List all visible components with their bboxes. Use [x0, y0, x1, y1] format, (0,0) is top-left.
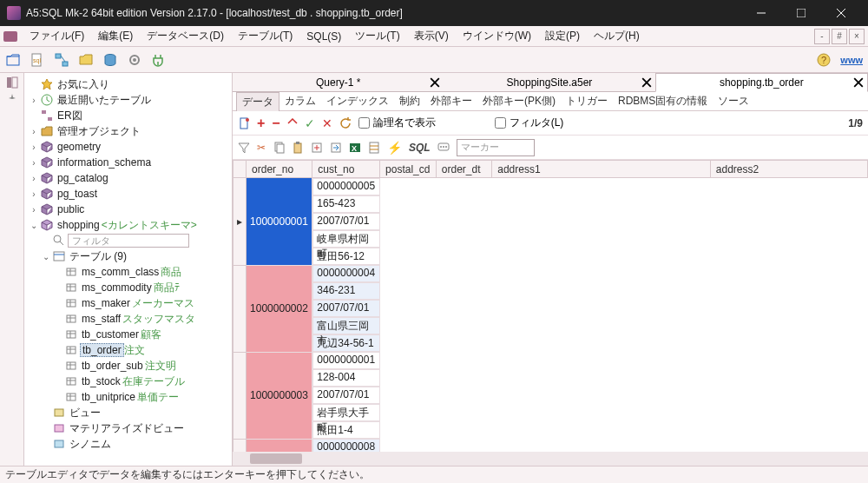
subtab-2[interactable]: インデックス	[321, 92, 394, 110]
tree-schema-geometry[interactable]: ›geometry	[28, 139, 232, 155]
plugin-icon[interactable]	[151, 52, 167, 68]
menu-help[interactable]: ヘルプ(H)	[587, 27, 647, 45]
subtab-5[interactable]: 外部キー(PK側)	[477, 92, 561, 110]
row-marker[interactable]	[233, 265, 247, 352]
tree-mviews[interactable]: マテリアライズドビュー	[28, 420, 232, 436]
cell-address2[interactable]: 九辺34-56-1	[312, 334, 379, 352]
tree-schema-public[interactable]: ›public	[28, 202, 232, 217]
tree-table-tb_stock[interactable]: tb_stock 在庫テーブル	[28, 374, 232, 389]
tree-table-ms_comm_class[interactable]: ms_comm_class 商品	[28, 264, 232, 280]
tree-table-tb_customer[interactable]: tb_customer 顧客	[28, 327, 232, 342]
cell-address1[interactable]: 岐阜県村岡町	[312, 230, 379, 248]
cell-address2[interactable]: 豊田56-12	[312, 248, 379, 265]
tree-table-ms_commodity[interactable]: ms_commodity 商品ﾃ	[28, 280, 232, 295]
tree-table-ms_maker[interactable]: ms_maker メーカーマス	[28, 295, 232, 311]
subtab-4[interactable]: 外部キー	[425, 92, 477, 110]
col-header-order_dt[interactable]: order_dt	[436, 161, 491, 178]
col-header-cust_no[interactable]: cust_no	[312, 161, 380, 178]
menu-edit[interactable]: 編集(E)	[91, 27, 140, 45]
tab-2[interactable]: shopping.tb_order	[655, 73, 868, 92]
er-diagram-icon[interactable]	[54, 52, 69, 68]
tree-filter[interactable]: フィルタ	[28, 233, 232, 248]
data-grid[interactable]: order_nocust_nopostal_cdorder_dtaddress1…	[233, 160, 868, 466]
paste-icon[interactable]	[292, 142, 304, 154]
tree-table-tb_order_sub[interactable]: tb_order_sub 注文明	[28, 358, 232, 374]
cell-cust-no[interactable]: 0000000001	[312, 352, 379, 369]
table-row[interactable]: 1000000002 0000000004 346-231 2007/07/01…	[233, 265, 868, 352]
logic-name-checkbox[interactable]: 論理名で表示	[358, 116, 436, 130]
tree-views[interactable]: ビュー	[28, 405, 232, 420]
edit-row-icon[interactable]	[287, 118, 298, 129]
tree-table-ms_staff[interactable]: ms_staff スタッフマスタ	[28, 311, 232, 327]
add-row-icon[interactable]: +	[257, 116, 265, 131]
close-button[interactable]	[821, 0, 861, 26]
tab-0[interactable]: Query-1 *	[233, 72, 444, 91]
refresh-icon[interactable]	[339, 117, 352, 129]
menu-window[interactable]: ウインドウ(W)	[456, 27, 538, 45]
tab-1[interactable]: ShoppingSite.a5er	[444, 72, 654, 91]
table-row[interactable]: 1000000003 0000000001 128-004 2007/07/01…	[233, 352, 868, 439]
delete-row-icon[interactable]: −	[272, 116, 279, 131]
cell-cust-no[interactable]: 0000000005	[312, 178, 379, 195]
import-icon[interactable]	[330, 142, 342, 154]
cell-order-no[interactable]: 1000000002	[247, 265, 312, 352]
tree-er[interactable]: ER図	[28, 108, 232, 123]
minimize-button[interactable]	[741, 0, 781, 26]
col-header-postal_cd[interactable]: postal_cd	[380, 161, 437, 178]
tab-close-icon[interactable]	[430, 77, 440, 88]
pin-icon[interactable]	[7, 94, 17, 104]
table-row[interactable]: ▸ 1000000001 0000000005 165-423 2007/07/…	[233, 178, 868, 266]
tree-favorites[interactable]: お気に入り	[28, 76, 232, 92]
comment-icon[interactable]	[437, 142, 450, 154]
tree-schema-pgtoast[interactable]: ›pg_toast	[28, 186, 232, 202]
filter-checkbox[interactable]: フィルタ(L)	[495, 116, 564, 130]
tree-schema-info[interactable]: ›information_schema	[28, 155, 232, 170]
cell-address2[interactable]: 熊田1-4	[312, 421, 379, 439]
open-icon[interactable]	[78, 52, 94, 68]
tree-schema-pgcat[interactable]: ›pg_catalog	[28, 170, 232, 186]
tree-recent[interactable]: ›最近開いたテーブル	[28, 92, 232, 108]
mdi-minimize-button[interactable]: -	[814, 29, 830, 44]
menu-tool[interactable]: ツール(T)	[348, 27, 406, 45]
col-header-address2[interactable]: address2	[710, 161, 867, 178]
cell-postal[interactable]: 346-231	[312, 282, 379, 300]
tree-table-tb_unitprice[interactable]: tb_unitprice 単価テー	[28, 389, 232, 405]
menu-table[interactable]: テーブル(T)	[231, 27, 299, 45]
horizontal-scrollbar[interactable]	[233, 452, 868, 466]
tree-tables[interactable]: ⌄テーブル (9)	[28, 248, 232, 264]
copy-icon[interactable]	[273, 142, 285, 154]
tree-table-tb_order[interactable]: tb_order 注文	[28, 342, 232, 358]
menu-sql[interactable]: SQL(S)	[299, 29, 348, 44]
export-icon[interactable]	[311, 142, 323, 154]
bolt-icon[interactable]: ⚡	[387, 141, 402, 155]
new-project-icon[interactable]	[5, 52, 21, 68]
bookmark-icon[interactable]	[238, 117, 250, 129]
cell-order-dt[interactable]: 2007/07/01	[312, 300, 379, 317]
mdi-restore-button[interactable]: #	[832, 29, 847, 44]
tree-synonyms[interactable]: シノニム	[28, 436, 232, 452]
menu-settings[interactable]: 設定(P)	[538, 27, 587, 45]
col-header-address1[interactable]: address1	[492, 161, 711, 178]
cell-address1[interactable]: 富山県三岡市	[312, 317, 379, 334]
excel-icon[interactable]: X	[349, 142, 361, 154]
marker-input[interactable]: マーカー	[457, 139, 535, 156]
cell-order-no[interactable]: 1000000001	[247, 178, 312, 266]
row-marker[interactable]	[233, 352, 247, 439]
database-icon[interactable]	[102, 52, 118, 68]
sql-button[interactable]: SQL	[409, 142, 431, 154]
help-icon[interactable]: ?	[816, 52, 832, 68]
tree-panel-icon[interactable]	[6, 76, 18, 89]
subtab-3[interactable]: 制約	[394, 92, 425, 110]
cell-cust-no[interactable]: 0000000004	[312, 265, 379, 282]
mdi-close-button[interactable]: ×	[849, 29, 865, 44]
subtab-1[interactable]: カラム	[279, 92, 321, 110]
new-sql-icon[interactable]: sql	[30, 52, 45, 68]
subtab-8[interactable]: ソース	[713, 92, 754, 110]
cell-address1[interactable]: 岩手県大手町	[312, 404, 379, 421]
cell-postal[interactable]: 165-423	[312, 195, 379, 213]
row-marker[interactable]: ▸	[233, 178, 247, 266]
menu-view[interactable]: 表示(V)	[407, 27, 456, 45]
tab-close-icon[interactable]	[853, 77, 864, 88]
cell-postal[interactable]: 128-004	[312, 369, 379, 387]
maximize-button[interactable]	[781, 0, 821, 26]
